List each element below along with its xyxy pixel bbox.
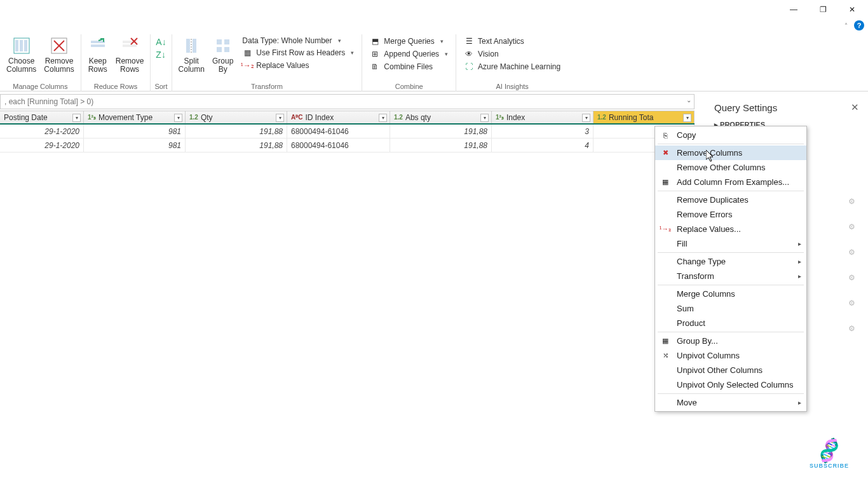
merge-queries-button[interactable]: ⬒Merge Queries <box>369 36 449 47</box>
add-column-icon: ▦ <box>660 177 670 187</box>
cell: 4 <box>492 139 593 152</box>
column-header-index[interactable]: 1²₃ Index ▾ <box>492 111 593 123</box>
gear-icon[interactable]: ⚙ <box>848 222 855 231</box>
gear-icon[interactable]: ⚙ <box>848 273 855 282</box>
remove-columns-button[interactable]: Remove Columns <box>41 34 76 75</box>
replace-values-button[interactable]: ¹→₂Replace Values <box>241 60 355 71</box>
cell: 981 <box>84 125 186 138</box>
label: Move <box>677 398 697 407</box>
menu-item-product[interactable]: Product <box>655 316 806 330</box>
text-analytics-button[interactable]: ☰Text Analytics <box>463 36 562 47</box>
menu-item-move[interactable]: Move▸ <box>655 395 806 410</box>
group-label: Reduce Rows <box>94 83 137 92</box>
filter-dropdown-icon[interactable]: ▾ <box>480 114 489 122</box>
column-context-menu: ⎘Copy ✖Remove Columns Remove Other Colum… <box>654 126 807 412</box>
remove-columns-icon <box>49 36 69 56</box>
remove-rows-icon <box>119 36 140 56</box>
data-type-dropdown[interactable]: Data Type: Whole Number <box>241 36 355 46</box>
data-preview-table: Posting Date ▾ 1²₃ Movement Type ▾ 1.2 Q… <box>0 111 695 152</box>
vision-button[interactable]: 👁Vision <box>463 48 562 60</box>
gear-icon[interactable]: ⚙ <box>848 248 855 257</box>
panel-close-button[interactable]: ✕ <box>851 102 859 113</box>
menu-item-remove-errors[interactable]: Remove Errors <box>655 207 806 222</box>
subscribe-watermark: 🧬 SUBSCRIBE <box>810 439 849 469</box>
help-button[interactable]: ? <box>854 20 864 30</box>
label: Combine Files <box>384 62 433 71</box>
cell: 191,88 <box>186 125 287 138</box>
azure-ml-button[interactable]: ⛶Azure Machine Learning <box>463 61 562 72</box>
choose-columns-button[interactable]: Choose Columns <box>4 34 39 75</box>
submenu-arrow-icon: ▸ <box>798 258 801 265</box>
cell: 29-1-2020 <box>0 125 84 138</box>
label: Replace Values... <box>677 224 741 234</box>
window-maximize-button[interactable]: ❐ <box>808 0 837 19</box>
filter-dropdown-icon[interactable]: ▾ <box>683 114 691 122</box>
menu-item-remove-other-columns[interactable]: Remove Other Columns <box>655 160 806 175</box>
table-row[interactable]: 29-1-2020 981 191,88 68000494-61046 191,… <box>0 139 695 152</box>
merge-icon: ⬒ <box>370 36 380 46</box>
menu-item-remove-columns[interactable]: ✖Remove Columns <box>655 146 806 160</box>
filter-dropdown-icon[interactable]: ▾ <box>379 114 387 122</box>
menu-item-unpivot-columns[interactable]: ⤭Unpivot Columns <box>655 348 806 363</box>
label: Split Column <box>179 57 205 74</box>
sort-asc-button[interactable]: A↓ <box>156 37 166 47</box>
label: Remove Duplicates <box>677 195 749 205</box>
column-header-posting-date[interactable]: Posting Date ▾ <box>0 111 84 123</box>
filter-dropdown-icon[interactable]: ▾ <box>582 114 590 122</box>
menu-item-copy[interactable]: ⎘Copy <box>655 128 806 142</box>
menu-separator <box>658 144 804 144</box>
gear-icon[interactable]: ⚙ <box>848 197 855 206</box>
filter-dropdown-icon[interactable]: ▾ <box>276 114 284 122</box>
menu-item-fill[interactable]: Fill▸ <box>655 236 806 251</box>
column-header-abs-qty[interactable]: 1.2 Abs qty ▾ <box>390 111 492 123</box>
menu-item-unpivot-other-columns[interactable]: Unpivot Other Columns <box>655 363 806 377</box>
choose-columns-icon <box>11 36 32 56</box>
label: Unpivot Columns <box>677 351 740 360</box>
vision-icon: 👁 <box>464 49 474 59</box>
combine-files-button[interactable]: 🗎Combine Files <box>369 61 449 72</box>
menu-item-replace-values[interactable]: ¹→₂Replace Values... <box>655 222 806 236</box>
table-row[interactable]: 29-1-2020 981 191,88 68000494-61046 191,… <box>0 125 695 139</box>
label: Remove Rows <box>116 57 144 74</box>
header-text: ID Index <box>305 113 334 122</box>
filter-dropdown-icon[interactable]: ▾ <box>72 114 81 122</box>
submenu-arrow-icon: ▸ <box>798 399 801 406</box>
filter-dropdown-icon[interactable]: ▾ <box>174 114 182 122</box>
collapse-ribbon-icon[interactable]: ˄ <box>844 22 848 29</box>
append-queries-button[interactable]: ⊞Append Queries <box>369 48 449 60</box>
menu-item-add-column-from-examples[interactable]: ▦Add Column From Examples... <box>655 175 806 189</box>
sort-desc-button[interactable]: Z↓ <box>156 50 166 60</box>
split-column-button[interactable]: Split Column <box>176 34 207 75</box>
group-by-button[interactable]: Group By <box>210 34 236 75</box>
label: Group By <box>212 57 233 74</box>
formula-bar[interactable]: , each [Running Total] > 0) ⌄ <box>0 94 695 109</box>
type-decimal-icon: 1.2 <box>394 114 403 121</box>
gear-icon[interactable]: ⚙ <box>848 324 855 333</box>
first-row-headers-button[interactable]: ▦Use First Row as Headers <box>241 47 355 58</box>
submenu-arrow-icon: ▸ <box>798 273 801 280</box>
remove-rows-button[interactable]: Remove Rows <box>113 34 147 75</box>
gear-icon[interactable]: ⚙ <box>848 299 855 308</box>
svg-rect-1 <box>15 40 18 51</box>
ribbon-group-combine: ⬒Merge Queries ⊞Append Queries 🗎Combine … <box>362 34 456 92</box>
column-header-qty[interactable]: 1.2 Qty ▾ <box>186 111 287 123</box>
menu-item-transform[interactable]: Transform▸ <box>655 269 806 283</box>
svg-rect-10 <box>123 44 137 47</box>
keep-rows-button[interactable]: Keep Rows <box>85 34 111 75</box>
menu-item-sum[interactable]: Sum <box>655 301 806 316</box>
menu-item-change-type[interactable]: Change Type▸ <box>655 254 806 269</box>
menu-item-merge-columns[interactable]: Merge Columns <box>655 287 806 301</box>
menu-item-group-by[interactable]: ▦Group By... <box>655 334 806 348</box>
menu-item-remove-duplicates[interactable]: Remove Duplicates <box>655 193 806 207</box>
menu-item-unpivot-selected-columns[interactable]: Unpivot Only Selected Columns <box>655 377 806 392</box>
column-header-movement-type[interactable]: 1²₃ Movement Type ▾ <box>84 111 186 123</box>
formula-expand-button[interactable]: ⌄ <box>686 97 691 104</box>
window-minimize-button[interactable]: — <box>779 0 808 19</box>
column-header-running-total[interactable]: 1.2 Running Tota ▾ <box>593 111 695 123</box>
cell: 3 <box>492 125 593 138</box>
column-header-id-index[interactable]: AᴮC ID Index ▾ <box>287 111 390 123</box>
label: Text Analytics <box>478 37 524 46</box>
split-column-icon <box>181 36 201 56</box>
window-close-button[interactable]: ✕ <box>837 0 867 19</box>
menu-separator <box>658 252 804 253</box>
